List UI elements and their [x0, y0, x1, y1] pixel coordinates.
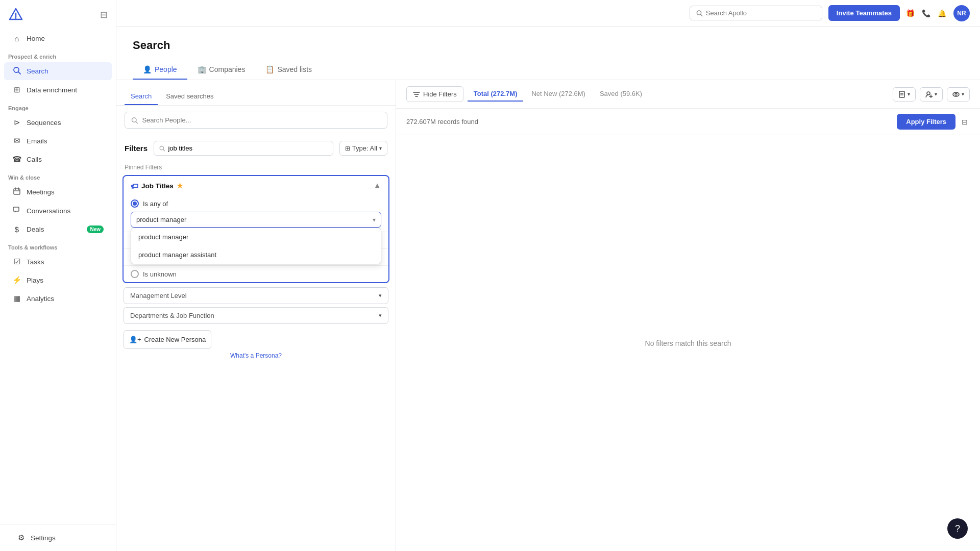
management-level-arrow: ▾: [379, 292, 382, 299]
save-to-list-button[interactable]: ▾: [893, 87, 916, 102]
radio-is-unknown[interactable]: Is unknown: [124, 265, 388, 282]
analytics-icon: ▦: [12, 294, 21, 303]
columns-chevron: ▾: [962, 91, 964, 97]
create-persona-icon: 👤+: [129, 336, 141, 343]
content-area: Search Saved searches Filters: [116, 80, 980, 551]
filter-collapse-icon[interactable]: ▲: [373, 181, 381, 190]
results-tab-total[interactable]: Total (272.7M): [468, 87, 524, 102]
sidebar-item-home[interactable]: ⌂ Home: [4, 30, 112, 47]
job-titles-filter-card: 🏷 Job Titles ★ ▲ Is any of: [122, 175, 389, 283]
job-title-input-container[interactable]: ▾: [131, 212, 381, 228]
emails-icon: ✉: [12, 136, 21, 145]
columns-button[interactable]: ▾: [947, 87, 970, 102]
sidebar-item-calls[interactable]: ☎ Calls: [4, 151, 112, 168]
sidebar-item-emails[interactable]: ✉ Emails: [4, 132, 112, 149]
app-logo-icon[interactable]: [8, 7, 23, 22]
filter-search-bar[interactable]: [154, 141, 333, 156]
sidebar-item-meetings[interactable]: Meetings: [4, 183, 112, 201]
save-list-icon: [898, 91, 905, 98]
companies-tab-icon: 🏢: [198, 65, 206, 73]
svg-rect-19: [899, 91, 904, 97]
global-search-input[interactable]: [706, 9, 816, 17]
right-content-area: No filters match this search: [396, 135, 980, 551]
left-tab-search[interactable]: Search: [125, 88, 158, 105]
section-label-win: Win & close: [0, 168, 116, 183]
grid-toggle-icon[interactable]: ⊟: [960, 116, 970, 128]
main-content: Invite Teammates 🎁 📞 🔔 NR Search 👤 Peopl…: [116, 0, 980, 551]
left-tab-saved-searches[interactable]: Saved searches: [160, 88, 219, 105]
search-people-input[interactable]: [142, 116, 381, 124]
whats-persona-link[interactable]: What's a Persona?: [116, 351, 396, 363]
bell-icon[interactable]: 🔔: [938, 9, 946, 17]
departments-dropdown[interactable]: Departments & Job Function ▾: [124, 307, 388, 324]
invite-teammates-button[interactable]: Invite Teammates: [828, 5, 900, 21]
records-info-bar: 272.607M records found Apply Filters ⊟: [396, 109, 980, 135]
sidebar-item-analytics[interactable]: ▦ Analytics: [4, 290, 112, 307]
tab-people[interactable]: 👤 People: [133, 60, 187, 80]
filters-header: Filters ⊞ Type: All ▾: [116, 135, 396, 162]
settings-icon: ⚙: [16, 533, 26, 542]
sidebar-item-tasks[interactable]: ☑ Tasks: [4, 253, 112, 270]
svg-rect-5: [14, 189, 20, 194]
apply-filters-button[interactable]: Apply Filters: [897, 114, 955, 130]
tab-companies[interactable]: 🏢 Companies: [187, 60, 256, 80]
deals-new-badge: New: [87, 226, 104, 233]
suggestion-product-manager-assistant[interactable]: product manager assistant: [131, 246, 381, 264]
results-tab-saved[interactable]: Saved (59.6K): [594, 87, 648, 102]
tab-saved-lists[interactable]: 📋 Saved lists: [255, 60, 322, 80]
svg-point-25: [953, 92, 959, 96]
svg-line-15: [163, 149, 165, 151]
filter-search-input[interactable]: [168, 144, 327, 152]
sidebar-toggle-icon[interactable]: ⊟: [100, 9, 108, 20]
home-icon: ⌂: [12, 34, 21, 43]
sidebar-item-plays[interactable]: ⚡ Plays: [4, 271, 112, 289]
add-sequence-chevron: ▾: [935, 91, 937, 97]
filters-area: Filters ⊞ Type: All ▾ Pinned Filters: [116, 135, 396, 551]
results-tab-net-new[interactable]: Net New (272.6M): [525, 87, 591, 102]
departments-label: Departments & Job Function: [130, 312, 214, 319]
add-to-sequence-button[interactable]: ▾: [920, 87, 943, 102]
help-button[interactable]: ?: [947, 518, 968, 539]
gift-icon[interactable]: 🎁: [906, 9, 915, 17]
svg-point-26: [955, 93, 957, 95]
svg-point-2: [15, 18, 16, 19]
page-header: Search 👤 People 🏢 Companies 📋 Saved list…: [116, 27, 980, 80]
type-select-label: Type: All: [352, 144, 377, 152]
search-people-icon: [131, 117, 138, 124]
job-title-input[interactable]: [136, 216, 373, 223]
hide-filters-label: Hide Filters: [423, 90, 457, 98]
hide-filters-button[interactable]: Hide Filters: [406, 86, 463, 102]
sidebar-item-conversations[interactable]: Conversations: [4, 202, 112, 220]
create-persona-button[interactable]: 👤+ Create New Persona: [124, 330, 211, 349]
sidebar-item-sequences[interactable]: ⊳ Sequences: [4, 114, 112, 131]
global-search-bar[interactable]: [690, 6, 822, 20]
type-select[interactable]: ⊞ Type: All ▾: [339, 141, 387, 156]
radio-is-any-of[interactable]: Is any of: [124, 195, 388, 212]
eye-icon: [952, 91, 960, 98]
meetings-icon: [12, 187, 21, 197]
sidebar: ⊟ ⌂ Home Prospect & enrich Search ⊞ Data…: [0, 0, 116, 551]
sidebar-item-settings[interactable]: ⚙ Settings: [8, 529, 108, 546]
search-nav-icon: [12, 66, 21, 76]
phone-icon[interactable]: 📞: [922, 9, 930, 17]
input-dropdown-arrow[interactable]: ▾: [373, 216, 376, 223]
sidebar-logo: ⊟: [0, 0, 116, 30]
save-list-chevron: ▾: [908, 91, 910, 97]
search-people-bar[interactable]: [125, 112, 387, 129]
radio-circle-is-any-of: [131, 199, 139, 208]
type-select-chevron: ▾: [379, 145, 382, 151]
user-avatar[interactable]: NR: [953, 5, 970, 21]
sidebar-item-search[interactable]: Search: [4, 62, 112, 80]
pinned-filters-label: Pinned Filters: [116, 162, 396, 175]
people-tab-icon: 👤: [143, 65, 152, 73]
sidebar-item-data-enrichment[interactable]: ⊞ Data enrichment: [4, 81, 112, 98]
filter-star-icon[interactable]: ★: [177, 182, 183, 190]
svg-point-22: [927, 92, 930, 95]
right-panel: Hide Filters Total (272.7M) Net New (272…: [396, 80, 980, 551]
section-label-engage: Engage: [0, 99, 116, 113]
suggestion-product-manager[interactable]: product manager: [131, 228, 381, 246]
sidebar-item-deals[interactable]: $ Deals New: [4, 221, 112, 238]
deals-icon: $: [12, 225, 21, 234]
management-level-label: Management Level: [130, 292, 187, 299]
management-level-dropdown[interactable]: Management Level ▾: [124, 287, 388, 304]
